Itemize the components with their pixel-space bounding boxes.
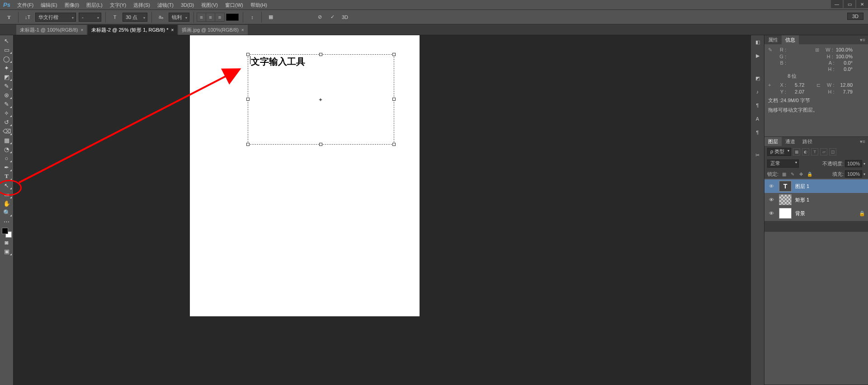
blend-mode-select[interactable]: 正常 (767, 160, 799, 168)
font-style-select[interactable]: - (79, 13, 101, 22)
eyedropper-tool-icon[interactable]: ✎ (1, 81, 12, 90)
hand-tool-icon[interactable]: ✋ (1, 199, 12, 208)
doc-tab-1[interactable]: 未标题-1 @ 100%(RGB/8)× (16, 25, 87, 35)
heal-tool-icon[interactable]: ⊛ (1, 90, 12, 99)
menu-file[interactable]: 文件(F) (14, 0, 37, 10)
extra-tools-icon[interactable]: ⋯ (1, 217, 12, 226)
visibility-icon[interactable]: 👁 (767, 211, 775, 216)
layer-name[interactable]: 背景 (795, 210, 859, 217)
pen-tool-icon[interactable]: ✒ (1, 163, 12, 172)
quickmask-icon[interactable]: ◙ (1, 238, 12, 247)
workspace-switcher[interactable]: 3D (847, 13, 863, 20)
dock-icon-5[interactable]: ¶ (752, 100, 763, 111)
align-center-icon[interactable]: ≡ (206, 13, 215, 21)
filter-type-icon[interactable]: T (811, 148, 818, 155)
dock-icon-3[interactable]: ◩ (752, 73, 763, 84)
tab-channels[interactable]: 通道 (782, 137, 799, 146)
layer-filter-select[interactable]: ρ 类型 (767, 148, 791, 156)
warp-text-icon[interactable]: ↕ (247, 12, 257, 22)
filter-shape-icon[interactable]: ▱ (820, 148, 827, 155)
menu-help[interactable]: 帮助(H) (247, 0, 271, 10)
cancel-icon[interactable]: ⊘ (315, 12, 325, 22)
text-color-swatch[interactable] (226, 14, 239, 21)
handle-ml[interactable] (246, 98, 250, 101)
screenmode-icon[interactable]: ▣ (1, 247, 12, 256)
dock-icon-8[interactable]: ✂ (752, 150, 763, 160)
lock-pixels-icon[interactable]: ▦ (781, 171, 787, 177)
blur-tool-icon[interactable]: ◔ (1, 145, 12, 154)
color-swatches[interactable] (2, 228, 12, 238)
close-icon[interactable]: × (171, 28, 174, 33)
visibility-icon[interactable]: 👁 (767, 183, 775, 189)
type-tool-icon[interactable]: T (1, 172, 12, 181)
font-size-select[interactable]: 30 点 (123, 13, 147, 22)
3d-mode-icon[interactable]: 3D (340, 12, 350, 22)
tab-properties[interactable]: 属性 (764, 35, 782, 44)
text-bounding-box[interactable]: 文字输入工具 ✦ (248, 54, 394, 145)
handle-tc[interactable] (319, 53, 322, 56)
dock-icon-1[interactable]: ◧ (752, 37, 763, 47)
zoom-tool-icon[interactable]: 🔍 (1, 208, 12, 217)
lock-all-icon[interactable]: 🔒 (807, 171, 813, 177)
doc-tab-2[interactable]: 未标题-2 @ 25% (矩形 1, RGB/8) *× (88, 25, 177, 35)
layer-name[interactable]: 矩形 1 (795, 197, 865, 203)
shape-tool-icon[interactable]: ▭ (1, 190, 12, 199)
handle-tr[interactable] (392, 53, 396, 56)
handle-tl[interactable] (246, 53, 250, 56)
menu-layer[interactable]: 图层(L) (83, 0, 106, 10)
layer-row[interactable]: 👁 T 图层 1 (764, 179, 868, 193)
menu-select[interactable]: 选择(S) (130, 0, 154, 10)
align-left-icon[interactable]: ≡ (197, 13, 206, 21)
layer-row[interactable]: 👁 背景 🔒 (764, 207, 868, 220)
handle-mr[interactable] (392, 98, 396, 101)
menu-type[interactable]: 文字(Y) (106, 0, 130, 10)
font-family-select[interactable]: 华文行楷 (35, 13, 76, 22)
filter-pixel-icon[interactable]: ▦ (793, 148, 800, 155)
tab-paths[interactable]: 路径 (799, 137, 816, 146)
menu-window[interactable]: 窗口(W) (222, 0, 247, 10)
dock-icon-2[interactable]: ▶ (752, 50, 763, 61)
path-select-tool-icon[interactable]: ↖ (1, 181, 12, 190)
visibility-icon[interactable]: 👁 (767, 197, 775, 202)
dock-icon-4[interactable]: ♪ (752, 86, 763, 97)
antialias-select[interactable]: 锐利 (169, 13, 189, 22)
opacity-input[interactable]: 100% (845, 160, 862, 167)
menu-image[interactable]: 图像(I) (61, 0, 83, 10)
brush-tool-icon[interactable]: ✎ (1, 99, 12, 108)
fill-input[interactable]: 100% (845, 170, 862, 178)
tab-layers[interactable]: 图层 (764, 137, 782, 146)
lock-position-icon[interactable]: ✥ (798, 171, 804, 177)
close-icon[interactable]: × (241, 28, 244, 33)
panel-menu-icon[interactable]: ▾≡ (857, 139, 868, 145)
text-content[interactable]: 文字输入工具 (251, 56, 305, 68)
dock-icon-6[interactable]: A (752, 113, 763, 124)
lock-paint-icon[interactable]: ✎ (789, 171, 796, 177)
minimize-button[interactable]: — (831, 0, 843, 8)
doc-tab-3[interactable]: 插画.jpg @ 100%(RGB/8)× (178, 25, 247, 35)
canvas[interactable]: 文字输入工具 ✦ (190, 35, 420, 316)
layer-name[interactable]: 图层 1 (795, 183, 865, 190)
tab-info[interactable]: 信息 (782, 35, 799, 44)
crop-tool-icon[interactable]: ◩ (1, 72, 12, 81)
stamp-tool-icon[interactable]: ⟡ (1, 108, 12, 117)
gradient-tool-icon[interactable]: ▦ (1, 136, 12, 145)
handle-bc[interactable] (319, 143, 322, 146)
menu-filter[interactable]: 滤镜(T) (154, 0, 177, 10)
close-icon[interactable]: × (81, 28, 84, 33)
handle-bl[interactable] (246, 143, 250, 146)
wand-tool-icon[interactable]: ✦ (1, 63, 12, 72)
transform-center-icon[interactable]: ✦ (318, 97, 323, 103)
marquee-tool-icon[interactable]: ▭ (1, 45, 12, 54)
align-right-icon[interactable]: ≡ (215, 13, 224, 21)
menu-view[interactable]: 视图(V) (198, 0, 222, 10)
menu-3d[interactable]: 3D(D) (177, 0, 198, 10)
commit-icon[interactable]: ✓ (327, 12, 337, 22)
char-panel-icon[interactable]: ▦ (266, 12, 276, 22)
handle-br[interactable] (392, 143, 396, 146)
filter-adjust-icon[interactable]: ◐ (802, 148, 809, 155)
close-button[interactable]: ✕ (856, 0, 868, 8)
dodge-tool-icon[interactable]: ○ (1, 154, 12, 163)
layer-row[interactable]: 👁 矩形 1 (764, 193, 868, 207)
history-brush-tool-icon[interactable]: ↺ (1, 117, 12, 127)
maximize-button[interactable]: ▭ (844, 0, 855, 8)
